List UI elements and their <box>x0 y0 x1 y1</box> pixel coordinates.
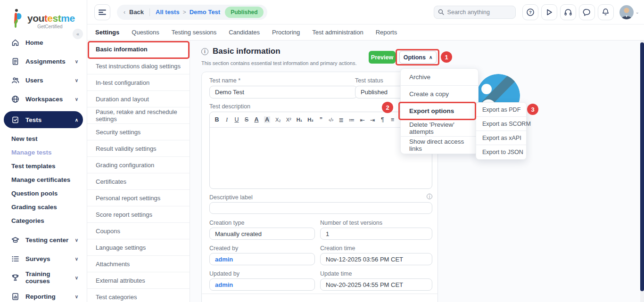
indent-icon[interactable]: ⇥ <box>370 116 375 123</box>
scrollbar-thumb[interactable] <box>640 42 644 291</box>
settings-nav-grading-configuration[interactable]: Grading configuration <box>87 157 190 173</box>
sidebar-item-tests[interactable]: Tests ∧ <box>4 111 83 128</box>
heading1-icon[interactable]: H₁ <box>297 117 303 122</box>
card-footer-divider <box>202 294 438 294</box>
chat-button[interactable] <box>579 4 595 20</box>
chat-bubble-icon <box>583 8 591 16</box>
updated-by-value[interactable]: admin <box>209 278 315 291</box>
sidebar-subitem-new-test[interactable]: New test <box>0 132 87 146</box>
outdent-icon[interactable]: ⇤ <box>360 116 364 123</box>
global-search[interactable] <box>434 6 516 19</box>
subscript-icon[interactable]: X₂ <box>275 117 281 122</box>
heading2-icon[interactable]: H₂ <box>307 117 314 122</box>
description-editor-content[interactable] <box>210 128 432 189</box>
sidebar-item-assignments[interactable]: Assignments ∨ <box>4 55 83 68</box>
menu-item-create-copy[interactable]: Create a copy <box>401 86 478 103</box>
tab-proctoring[interactable]: Proctoring <box>272 29 300 36</box>
sidebar-item-training-courses[interactable]: Training courses ∨ <box>4 271 83 284</box>
brand-subtitle: GetCertified <box>27 24 75 29</box>
tab-testing-sessions[interactable]: Testing sessions <box>172 29 216 36</box>
sidebar-item-surveys[interactable]: Surveys ∨ <box>4 252 83 265</box>
paragraph-direction-icon[interactable]: ¶ <box>380 116 385 123</box>
settings-nav-result-validity[interactable]: Result validity settings <box>87 140 190 157</box>
blockquote-icon[interactable]: ” <box>319 116 323 123</box>
menu-item-show-direct-access-links[interactable]: Show direct access links <box>401 137 478 154</box>
creation-type-input[interactable] <box>209 228 315 240</box>
settings-nav-attachments[interactable]: Attachments <box>87 256 190 272</box>
settings-nav-test-instructions[interactable]: Test instructions dialog settings <box>87 58 190 74</box>
settings-nav-score-report[interactable]: Score report settings <box>87 206 190 223</box>
settings-nav-external-attributes[interactable]: External attributes <box>87 272 190 289</box>
settings-nav-coupons[interactable]: Coupons <box>87 223 190 239</box>
search-input[interactable] <box>447 9 509 16</box>
sidebar-item-users[interactable]: Users ∨ <box>4 73 83 87</box>
menu-item-delete-preview-attempts[interactable]: Delete 'Preview' attempts <box>401 120 478 137</box>
test-status-label: Test status <box>355 77 383 84</box>
help-button[interactable]: ? <box>522 4 538 20</box>
settings-nav-language[interactable]: Language settings <box>87 239 190 256</box>
sidebar-item-testing-center[interactable]: Testing center ∨ <box>4 233 83 246</box>
settings-nav-certificates[interactable]: Certificates <box>87 173 190 190</box>
sidebar-subitem-grading-scales[interactable]: Grading scales <box>0 200 87 214</box>
settings-nav-personal-report[interactable]: Personal report settings <box>87 190 190 206</box>
tutorial-button[interactable] <box>541 4 557 20</box>
notifications-button[interactable] <box>598 4 614 20</box>
bold-icon[interactable]: B <box>215 116 219 123</box>
italic-icon[interactable]: I <box>224 116 229 123</box>
support-button[interactable] <box>560 4 576 20</box>
code-icon[interactable]: ‹/› <box>329 117 333 122</box>
breadcrumb-all-tests[interactable]: All tests <box>156 8 180 16</box>
options-button[interactable]: Options ∧ <box>399 51 437 64</box>
underline-icon[interactable]: U <box>234 116 239 123</box>
versions-input[interactable] <box>320 228 432 240</box>
created-by-value[interactable]: admin <box>209 253 315 265</box>
descriptive-label-input[interactable] <box>209 202 432 214</box>
sidebar-subitem-categories[interactable]: Categories <box>0 214 87 228</box>
sidebar-item-reporting[interactable]: Reporting ∨ <box>4 290 83 302</box>
sidebar-subitem-question-pools[interactable]: Question pools <box>0 187 87 200</box>
back-button[interactable]: Back <box>129 8 144 16</box>
creation-time-label: Creation time <box>320 245 355 252</box>
descriptive-label-label: Descriptive label <box>209 194 253 201</box>
menu-item-archive[interactable]: Archive <box>401 69 478 86</box>
tab-candidates[interactable]: Candidates <box>229 29 260 36</box>
tab-test-administration[interactable]: Test administration <box>312 29 363 36</box>
settings-nav-pause-retake[interactable]: Pause, retake and reschedule settings <box>87 107 190 124</box>
settings-nav-basic-information[interactable]: Basic information <box>87 41 190 58</box>
tab-settings[interactable]: Settings <box>95 29 119 36</box>
bullet-list-icon[interactable]: ≔ <box>349 116 355 123</box>
breadcrumb-demo-test[interactable]: Demo Test <box>190 8 221 16</box>
settings-nav-test-categories[interactable]: Test categories <box>87 289 190 302</box>
superscript-icon[interactable]: X² <box>286 117 291 122</box>
sidebar-subitem-manage-certificates[interactable]: Manage certificates <box>0 173 87 187</box>
submenu-item-export-scorm[interactable]: Export as SCORM <box>476 117 526 131</box>
settings-nav-in-test-configuration[interactable]: In-test configuration <box>87 74 190 91</box>
tab-reports[interactable]: Reports <box>376 29 397 36</box>
sidebar-subitem-manage-tests[interactable]: Manage tests <box>0 146 87 159</box>
submenu-item-export-pdf[interactable]: Export as PDF <box>476 103 526 117</box>
test-tabs: Settings Questions Testing sessions Cand… <box>87 24 644 41</box>
sidebar-subitem-test-templates[interactable]: Test templates <box>0 159 87 173</box>
strikethrough-icon[interactable]: S <box>244 116 249 123</box>
test-name-input[interactable] <box>209 86 357 98</box>
menu-toggle-button[interactable] <box>94 4 110 20</box>
annotation-step-3: 3 <box>527 104 538 115</box>
sidebar-item-workspaces[interactable]: Workspaces ∨ <box>4 92 83 106</box>
update-time-label: Update time <box>320 270 352 277</box>
ordered-list-icon[interactable]: ≣ <box>339 116 343 123</box>
submenu-item-export-xapi[interactable]: Export as xAPI <box>476 131 526 145</box>
updated-by-label: Updated by <box>209 270 239 277</box>
tab-questions[interactable]: Questions <box>132 29 159 36</box>
preview-button[interactable]: Preview <box>369 51 396 64</box>
settings-nav-duration-layout[interactable]: Duration and layout <box>87 91 190 107</box>
sidebar-collapse-button[interactable]: « <box>73 29 83 39</box>
text-color-icon[interactable]: A <box>254 116 259 123</box>
sidebar-item-home[interactable]: Home <box>4 36 83 49</box>
highlight-icon[interactable]: A <box>264 116 270 123</box>
menu-item-export-options[interactable]: Export options <box>401 103 478 120</box>
submenu-item-export-json[interactable]: Export to JSON <box>476 145 526 159</box>
export-submenu: Export as PDF Export as SCORM Export as … <box>476 102 527 160</box>
settings-nav-security[interactable]: Security settings <box>87 124 190 140</box>
user-menu[interactable]: ⌄ <box>619 5 639 19</box>
align-icon[interactable]: ≡ <box>390 116 395 123</box>
